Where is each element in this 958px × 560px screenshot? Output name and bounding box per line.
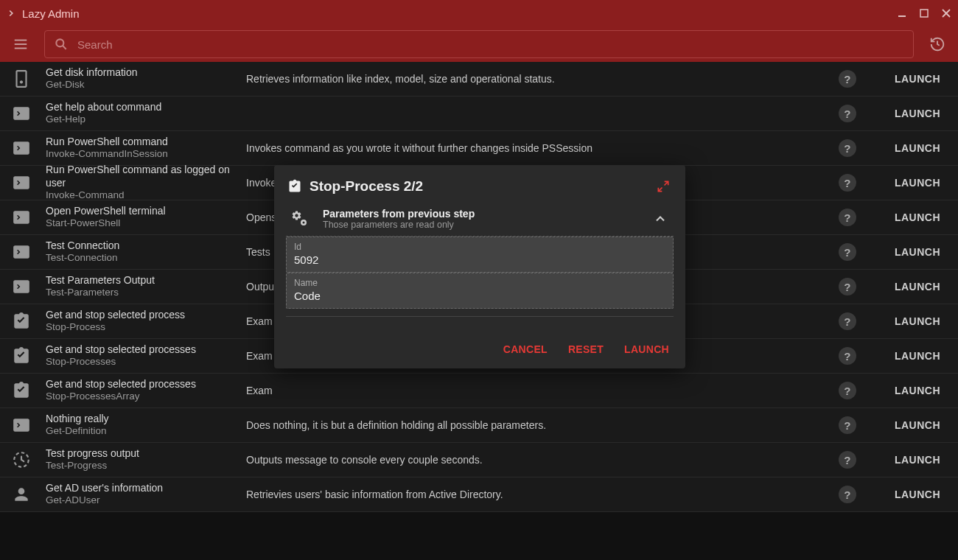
row-text: Test progress outputTest-Progress bbox=[46, 447, 233, 472]
search-icon bbox=[54, 37, 69, 52]
help-button[interactable]: ? bbox=[839, 243, 856, 261]
section-title: Parameters from previous step bbox=[323, 208, 638, 220]
window-controls bbox=[896, 7, 952, 19]
row-text: Get and stop selected processesStop-Proc… bbox=[46, 343, 233, 368]
row-text: Test Parameters OutputTest-Parameters bbox=[46, 274, 233, 299]
help-button[interactable]: ? bbox=[839, 416, 856, 434]
command-description: Retrievies users' basic information from… bbox=[246, 489, 825, 500]
dialog-stop-process: Stop-Process 2/2 Parameters from previou… bbox=[274, 165, 685, 368]
help-button[interactable]: ? bbox=[839, 486, 856, 503]
command-name: Get-Help bbox=[46, 113, 233, 126]
launch-button[interactable]: LAUNCH bbox=[887, 484, 948, 505]
command-title: Get help about command bbox=[46, 101, 233, 114]
terminal-icon bbox=[10, 241, 32, 263]
row-text: Get and stop selected processStop-Proces… bbox=[46, 309, 233, 334]
help-button[interactable]: ? bbox=[839, 451, 856, 469]
field-label: Id bbox=[294, 242, 665, 252]
terminal-icon bbox=[10, 137, 32, 159]
launch-button[interactable]: LAUNCH bbox=[887, 311, 948, 332]
history-button[interactable] bbox=[927, 34, 948, 55]
cancel-button[interactable]: CANCEL bbox=[503, 343, 548, 355]
list-item[interactable]: Nothing reallyGet-DefinitionDoes nothing… bbox=[0, 408, 958, 443]
launch-button[interactable]: LAUNCH bbox=[887, 242, 948, 262]
command-name: Test-Progress bbox=[46, 460, 233, 472]
launch-button[interactable]: LAUNCH bbox=[887, 276, 948, 297]
dialog-launch-button[interactable]: LAUNCH bbox=[624, 343, 669, 355]
row-text: Get and stop selected processesStop-Proc… bbox=[46, 378, 233, 403]
launch-button[interactable]: LAUNCH bbox=[887, 138, 948, 158]
help-button[interactable]: ? bbox=[839, 139, 856, 157]
list-item[interactable]: Run PowerShell commandInvoke-CommandInSe… bbox=[0, 131, 958, 166]
launch-button[interactable]: LAUNCH bbox=[887, 69, 948, 89]
launch-button[interactable]: LAUNCH bbox=[887, 415, 948, 435]
terminal-icon bbox=[10, 276, 32, 298]
svg-rect-1 bbox=[920, 10, 928, 17]
launch-button[interactable]: LAUNCH bbox=[887, 172, 948, 193]
chevron-right-icon bbox=[6, 8, 16, 18]
command-description: Exam bbox=[246, 385, 825, 396]
command-description: Does nothing, it is but a definition hol… bbox=[246, 419, 825, 431]
close-button[interactable] bbox=[940, 7, 952, 19]
launch-button[interactable]: LAUNCH bbox=[887, 207, 948, 228]
row-text: Test ConnectionTest-Connection bbox=[46, 239, 233, 265]
progress-icon bbox=[10, 449, 32, 471]
help-button[interactable]: ? bbox=[839, 382, 856, 399]
field-label: Name bbox=[294, 278, 665, 288]
menu-button[interactable] bbox=[10, 34, 31, 55]
command-name: Stop-Process bbox=[46, 321, 233, 334]
row-text: Get help about commandGet-Help bbox=[46, 101, 233, 126]
terminal-icon bbox=[10, 414, 32, 436]
command-title: Nothing really bbox=[46, 413, 233, 426]
section-subtitle: Those parameters are read only bbox=[323, 220, 638, 230]
command-name: Invoke-Command bbox=[46, 189, 233, 202]
command-name: Stop-Processes bbox=[46, 356, 233, 368]
command-name: Invoke-CommandInSession bbox=[46, 148, 233, 161]
command-description: Invokes command as you wrote it without … bbox=[246, 142, 825, 154]
help-button[interactable]: ? bbox=[839, 105, 856, 122]
task-icon bbox=[287, 179, 302, 194]
dialog-section-header[interactable]: Parameters from previous step Those para… bbox=[274, 202, 685, 236]
search-input[interactable] bbox=[77, 38, 904, 51]
dialog-title: Stop-Process 2/2 bbox=[310, 178, 648, 195]
search-box[interactable] bbox=[44, 30, 914, 58]
maximize-button[interactable] bbox=[918, 7, 930, 19]
command-name: Get-ADUser bbox=[46, 494, 233, 507]
list-item[interactable]: Get disk informationGet-DiskRetrieves in… bbox=[0, 62, 958, 97]
command-description: Outputs message to console every couple … bbox=[246, 454, 825, 466]
collapse-button[interactable] bbox=[650, 209, 671, 229]
help-button[interactable]: ? bbox=[839, 278, 856, 295]
launch-button[interactable]: LAUNCH bbox=[887, 380, 948, 401]
row-text: Nothing reallyGet-Definition bbox=[46, 413, 233, 438]
help-button[interactable]: ? bbox=[839, 174, 856, 192]
field-value: 5092 bbox=[294, 253, 665, 266]
task-icon bbox=[10, 379, 32, 402]
row-text: Get AD user's informationGet-ADUser bbox=[46, 482, 233, 507]
list-item[interactable]: Test progress outputTest-ProgressOutputs… bbox=[0, 443, 958, 477]
help-button[interactable]: ? bbox=[839, 70, 856, 88]
disk-icon bbox=[10, 68, 32, 90]
row-text: Run PowerShell commandInvoke-CommandInSe… bbox=[46, 136, 233, 161]
launch-button[interactable]: LAUNCH bbox=[887, 449, 948, 470]
user-icon bbox=[10, 483, 32, 505]
launch-button[interactable]: LAUNCH bbox=[887, 346, 948, 366]
list-item[interactable]: Get and stop selected processesStop-Proc… bbox=[0, 374, 958, 408]
command-title: Get and stop selected process bbox=[46, 309, 233, 322]
reset-button[interactable]: RESET bbox=[568, 343, 604, 355]
task-icon bbox=[10, 310, 32, 332]
help-button[interactable]: ? bbox=[839, 312, 856, 330]
readonly-field: Id5092 bbox=[286, 237, 674, 273]
help-button[interactable]: ? bbox=[839, 347, 856, 365]
command-description: Retrieves information like index, model,… bbox=[246, 73, 825, 85]
help-button[interactable]: ? bbox=[839, 209, 856, 226]
minimize-button[interactable] bbox=[896, 7, 908, 19]
command-name: Get-Disk bbox=[46, 79, 233, 91]
row-text: Get disk informationGet-Disk bbox=[46, 66, 233, 91]
list-item[interactable]: Get AD user's informationGet-ADUserRetri… bbox=[0, 477, 958, 512]
launch-button[interactable]: LAUNCH bbox=[887, 103, 948, 124]
command-title: Test progress output bbox=[46, 447, 233, 461]
list-item[interactable]: Get help about commandGet-Help?LAUNCH bbox=[0, 97, 958, 131]
row-text: Open PowerShell terminalStart-PowerShell bbox=[46, 205, 233, 230]
toolbar bbox=[0, 27, 958, 62]
command-name: Test-Parameters bbox=[46, 287, 233, 299]
expand-button[interactable] bbox=[656, 179, 671, 194]
